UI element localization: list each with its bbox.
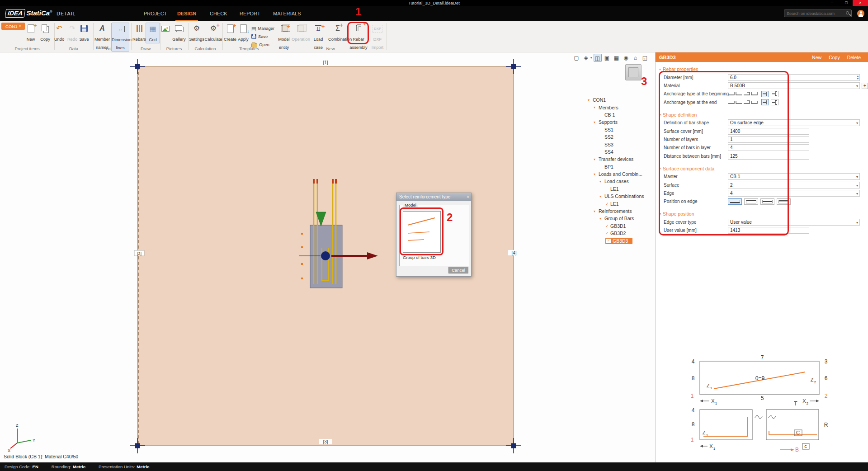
panel-new-button[interactable]: New	[812, 55, 821, 60]
new-picture-button[interactable]	[158, 23, 173, 34]
position-top-button[interactable]	[744, 198, 758, 205]
chevron-down-icon[interactable]: ▾	[594, 172, 599, 176]
anchorage-hook-button[interactable]	[771, 91, 778, 97]
material-dropdown[interactable]: B 500B ▾	[728, 82, 860, 89]
tab-check[interactable]: CHECK	[208, 6, 229, 21]
bar-shape-dropdown[interactable]: On surface edge ▾	[728, 119, 860, 126]
con1-selector[interactable]: CON1 ▾	[1, 23, 25, 30]
user-profile-icon[interactable]	[857, 10, 864, 17]
tree-item-load-cases[interactable]: ▾Load cases	[588, 178, 665, 185]
template-open-button[interactable]: Open	[251, 41, 275, 48]
position-bottom-button[interactable]	[728, 198, 742, 205]
template-save-button[interactable]: Save	[251, 33, 275, 40]
tree-item-members[interactable]: ▾Members	[588, 104, 665, 111]
node-point[interactable]	[321, 251, 330, 260]
tree-item-ss2[interactable]: SS2	[588, 133, 665, 141]
check-icon[interactable]: ✓	[605, 202, 610, 206]
position-distributed-button[interactable]	[777, 198, 791, 205]
combination-button[interactable]: Σ Combination	[328, 23, 347, 42]
dialog-close-icon[interactable]: ×	[467, 193, 469, 201]
master-dropdown[interactable]: CB 1 ▾	[728, 173, 860, 180]
chevron-down-icon[interactable]: ▾	[599, 179, 604, 184]
tab-project[interactable]: PROJECT	[142, 6, 169, 21]
check-icon[interactable]: ✓	[605, 224, 610, 228]
rebars-button[interactable]: Rebars	[132, 23, 146, 42]
cancel-button[interactable]: Cancel	[448, 267, 468, 273]
check-icon[interactable]: ✓	[605, 231, 610, 236]
section-header[interactable]: ▾ Shape position	[656, 210, 868, 218]
tree-item-loads[interactable]: ▾Loads and Combin...	[588, 170, 665, 178]
calculate-button[interactable]: ⚙ Calculate	[204, 23, 222, 42]
shaded-view-icon[interactable]: ▦	[613, 54, 621, 62]
anchorage-end-control[interactable]	[728, 99, 778, 105]
diameter-input[interactable]: 6.0 ▴▾	[728, 74, 860, 81]
tree-item-cb1[interactable]: CB 1	[588, 111, 665, 118]
diameter-stepper[interactable]: ▴▾	[857, 75, 859, 80]
search-input[interactable]	[784, 9, 852, 17]
anchorage-hook-button[interactable]	[771, 99, 778, 105]
member-names-button[interactable]: A Member names	[93, 23, 111, 51]
model-scene[interactable]: [1] [3] [4] [2]	[0, 52, 655, 462]
tab-report[interactable]: REPORT	[238, 6, 262, 21]
tree-item-gb3d1[interactable]: ✓GB3D1	[588, 222, 665, 230]
tree-item-uls-combinations[interactable]: ▾ULS Combinations	[588, 193, 665, 200]
template-apply-button[interactable]: Apply	[236, 23, 251, 42]
edge-dropdown[interactable]: 4 ▾	[728, 190, 860, 197]
save-button[interactable]: Save	[76, 23, 92, 42]
tab-materials[interactable]: MATERIALS	[271, 6, 303, 21]
chevron-down-icon[interactable]: ▾	[594, 157, 599, 161]
chevron-down-icon[interactable]: ▾	[594, 120, 599, 124]
tree-item-le1[interactable]: LE1	[588, 185, 665, 193]
maximize-button[interactable]: □	[840, 0, 853, 6]
rebar-assembly-button[interactable]: Rebar assembly	[349, 23, 368, 51]
surface-cover-input[interactable]: 1400	[728, 128, 809, 135]
check-icon[interactable]: ✓	[606, 239, 611, 243]
gallery-button[interactable]: Gallery	[172, 23, 186, 42]
tree-item-gb3d2[interactable]: ✓GB3D2	[588, 230, 665, 237]
tree-item-supports[interactable]: ▾Supports	[588, 118, 665, 126]
panel-delete-button[interactable]: Delete	[847, 55, 861, 60]
add-material-button[interactable]: +	[862, 83, 868, 89]
tree-item-bp1[interactable]: BP1	[588, 163, 665, 170]
picker-caret-icon[interactable]: ▾	[590, 56, 592, 60]
home-view-icon[interactable]: ⌂	[632, 54, 640, 62]
minimize-button[interactable]: –	[826, 0, 838, 6]
distance-input[interactable]: 125	[728, 153, 809, 160]
template-manager-button[interactable]: ▤ Manager	[251, 25, 275, 32]
panel-copy-button[interactable]: Copy	[829, 55, 840, 60]
section-view-icon[interactable]: ▢	[572, 54, 580, 62]
model-entity-button[interactable]: Model entity	[274, 23, 293, 51]
anchorage-begin-control[interactable]	[728, 91, 778, 97]
chevron-down-icon[interactable]: ▾	[599, 217, 604, 221]
position-middle-button[interactable]	[760, 198, 774, 205]
operation-button[interactable]: Operation	[292, 23, 309, 42]
layers-input[interactable]: 1	[728, 136, 809, 143]
selected-tree-item[interactable]: ✓GB3D3	[605, 238, 632, 244]
chevron-down-icon[interactable]: ▾	[594, 105, 599, 109]
edge-cover-type-dropdown[interactable]: User value ▾	[728, 219, 860, 226]
tree-item-gb3d3[interactable]: ✓GB3D3	[588, 237, 665, 244]
tree-item-ss1[interactable]: SS1	[588, 126, 665, 133]
anchorage-end-plate-button[interactable]	[761, 91, 769, 97]
group-of-bars-3d-option[interactable]	[403, 211, 441, 253]
user-value-input[interactable]: 1413	[728, 227, 809, 234]
chevron-down-icon[interactable]: ▾	[588, 98, 593, 102]
anchorage-end-plate-button[interactable]	[761, 99, 769, 105]
fit-view-icon[interactable]: ◱	[641, 54, 649, 62]
tree-item-group-of-bars[interactable]: ▾Group of Bars	[588, 215, 665, 222]
dialog-titlebar[interactable]: Select reinforcement type ×	[396, 193, 471, 201]
model-canvas[interactable]: [1] [3] [4] [2]	[0, 52, 655, 462]
close-button[interactable]: ×	[853, 0, 868, 6]
chevron-down-icon[interactable]: ▾	[594, 209, 599, 213]
solid-view-icon[interactable]: ▣	[603, 54, 611, 62]
section-header[interactable]: ▾ Rebar properties	[656, 65, 868, 73]
tree-item-con1[interactable]: ▾CON1	[588, 96, 665, 104]
tree-item-ss3[interactable]: SS3	[588, 141, 665, 148]
tree-item-reinforcements[interactable]: ▾Reinforcements	[588, 207, 665, 215]
tree-item-le1-uls[interactable]: ✓LE1	[588, 200, 665, 207]
wireframe-view-icon[interactable]: ◫	[594, 54, 602, 62]
section-header[interactable]: ▾ Surface component data	[656, 165, 868, 173]
dxf-import-button[interactable]: DXF DXF Import	[369, 23, 386, 51]
bars-in-layer-input[interactable]: 4	[728, 144, 809, 151]
color-picker-icon[interactable]: ◈	[582, 54, 590, 62]
